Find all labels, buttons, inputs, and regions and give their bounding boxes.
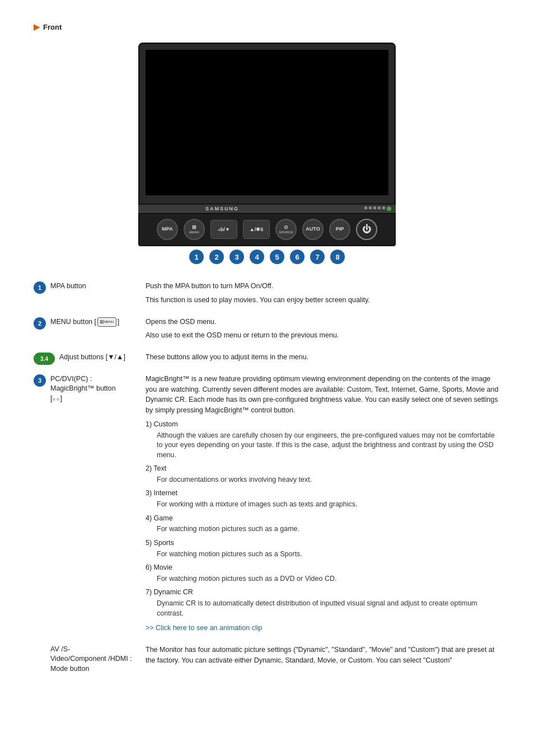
- mb-item-2-desc: For documentations or works involving he…: [157, 475, 500, 485]
- mb-item-6-label: 6) Movie: [146, 562, 500, 573]
- monitor-image-area: SAMSUNG MPA ⊞ MENU: [34, 43, 500, 264]
- mpa-desc-1: Push the MPA button to turn MPA On/Off.: [146, 281, 500, 292]
- item-adjust: 3.4 Adjust buttons [▼/▲] These buttons a…: [34, 352, 500, 366]
- num-4: 4: [250, 250, 264, 264]
- mpa-button[interactable]: MPA: [157, 219, 178, 240]
- adjust-button-label: Adjust buttons [▼/▲]: [59, 353, 125, 363]
- number-row: 1 2 3 4 5 6 7 8: [138, 246, 396, 264]
- mb-desc-main: MagicBright™ is a new feature providing …: [146, 374, 500, 416]
- mb-item-5: 5) Sports For watching motion pictures s…: [146, 538, 500, 559]
- animation-clip-link[interactable]: >> Click here to see an animation clip: [146, 624, 262, 632]
- auto-label: AUTO: [306, 227, 320, 232]
- mb-item-7-desc: Dynamic CR is to automatically detect di…: [157, 599, 500, 618]
- mb-item-1-desc: Although the values are carefully chosen…: [157, 431, 500, 461]
- front-section-icon: ▶: [34, 22, 40, 31]
- dot-1: [364, 206, 367, 209]
- dot-5: [382, 206, 385, 209]
- mb-item-5-label: 5) Sports: [146, 538, 500, 548]
- item-mb-label-col: 3 PC/DVI(PC) :MagicBright™ button[⬦⬦]: [34, 374, 146, 404]
- av-mode-label: AV /S-Video/Component /HDMI :Mode button: [34, 645, 146, 674]
- monitor-body: [138, 43, 396, 205]
- dot-2: [369, 206, 372, 209]
- power-button[interactable]: ⏻: [356, 219, 377, 240]
- item-magicbright: 3 PC/DVI(PC) :MagicBright™ button[⬦⬦] Ma…: [34, 374, 500, 637]
- menu-desc-2: Also use to exit the OSD menu or return …: [146, 330, 500, 341]
- power-icon: ⏻: [362, 224, 371, 234]
- num-6: 6: [290, 250, 305, 264]
- badge-1: 1: [34, 281, 46, 294]
- item-av-mode: AV /S-Video/Component /HDMI :Mode button…: [34, 645, 500, 674]
- page-container: ▶ Front SAMSUNG: [0, 0, 534, 696]
- menu-button[interactable]: ⊞ MENU: [184, 219, 205, 240]
- item-menu-label-col: 2 MENU button [⊞MENU]: [34, 317, 146, 330]
- adjust-desc-1: These buttons allow you to adjust items …: [146, 352, 500, 363]
- mb-item-1: 1) Custom Although the values are carefu…: [146, 419, 500, 460]
- mpa-label: MPA: [162, 227, 172, 232]
- num-1: 1: [189, 250, 204, 264]
- mb-item-6-desc: For watching motion pictures such as a D…: [157, 574, 500, 584]
- dot-power-green: [387, 206, 391, 211]
- item-adjust-label-col: 3.4 Adjust buttons [▼/▲]: [34, 352, 146, 365]
- mb-item-2-label: 2) Text: [146, 463, 500, 474]
- mb-item-4-desc: For watching motion pictures such as a g…: [157, 524, 500, 534]
- num-8: 8: [330, 250, 345, 264]
- mb-item-7: 7) Dynamic CR Dynamic CR is to automatic…: [146, 587, 500, 618]
- menu-icon-text: ⊞: [192, 225, 196, 231]
- button-bar: MPA ⊞ MENU ⬦b/▼ ▲/✱5 ⊙ SOURCE: [138, 213, 396, 246]
- mb-item-2: 2) Text For documentations or works invo…: [146, 463, 500, 485]
- mb-item-1-label: 1) Custom: [146, 419, 500, 430]
- mb-item-3-desc: For working with a mixture of images suc…: [157, 500, 500, 510]
- av-mode-desc: The Monitor has four automatic picture s…: [146, 645, 500, 666]
- content-area: 1 MPA button Push the MPA button to turn…: [34, 281, 500, 674]
- section-title: Front: [43, 23, 62, 31]
- item-mpa: 1 MPA button Push the MPA button to turn…: [34, 281, 500, 309]
- mb-item-3: 3) Internet For working with a mixture o…: [146, 488, 500, 509]
- item-menu: 2 MENU button [⊞MENU] Opens the OSD menu…: [34, 317, 500, 345]
- mpa-button-label: MPA button: [50, 281, 86, 292]
- mb-item-4-label: 4) Game: [146, 513, 500, 524]
- num-7: 7: [310, 250, 325, 264]
- menu-button-label: MENU button [⊞MENU]: [50, 317, 119, 327]
- pip-label: PIP: [336, 227, 344, 232]
- magicbright-down-button[interactable]: ⬦b/▼: [210, 220, 237, 239]
- item-mpa-desc: Push the MPA button to turn MPA On/Off. …: [146, 281, 500, 309]
- auto-button[interactable]: AUTO: [302, 219, 324, 240]
- item-menu-desc: Opens the OSD menu. Also use to exit the…: [146, 317, 500, 345]
- mb-button-label: PC/DVI(PC) :MagicBright™ button[⬦⬦]: [50, 374, 116, 404]
- source-button[interactable]: ⊙ SOURCE: [275, 219, 297, 240]
- monitor-brand-bar: SAMSUNG: [138, 205, 396, 213]
- monitor-wrapper: SAMSUNG MPA ⊞ MENU: [138, 43, 396, 264]
- pip-button[interactable]: PIP: [329, 219, 350, 240]
- badge-34: 3.4: [34, 353, 55, 365]
- mpa-desc-2: This function is used to play movies. Yo…: [146, 295, 500, 306]
- source-icon: ⊙: [284, 225, 288, 231]
- item-mpa-label-col: 1 MPA button: [34, 281, 146, 294]
- mb-item-5-desc: For watching motion pictures such as a S…: [157, 550, 500, 560]
- menu-subtext: MENU: [189, 231, 199, 234]
- up-label: ▲/✱5: [250, 227, 263, 233]
- menu-desc-1: Opens the OSD menu.: [146, 317, 500, 327]
- badge-3: 3: [34, 374, 46, 387]
- indicator-dots: [364, 206, 391, 211]
- monitor-screen: [146, 50, 388, 195]
- mb-item-6: 6) Movie For watching motion pictures su…: [146, 562, 500, 584]
- dot-4: [378, 206, 381, 209]
- section-header: ▶ Front: [34, 22, 500, 31]
- source-subtext: SOURCE: [279, 231, 293, 234]
- monitor-brand-name: SAMSUNG: [205, 206, 239, 212]
- item-adjust-desc: These buttons allow you to adjust items …: [146, 352, 500, 366]
- mb-item-4: 4) Game For watching motion pictures suc…: [146, 513, 500, 534]
- num-2: 2: [209, 250, 224, 264]
- mb-item-7-label: 7) Dynamic CR: [146, 587, 500, 598]
- item-mb-desc: MagicBright™ is a new feature providing …: [146, 374, 500, 637]
- badge-2: 2: [34, 317, 46, 330]
- dot-3: [373, 206, 376, 209]
- num-3: 3: [229, 250, 244, 264]
- up-button[interactable]: ▲/✱5: [243, 220, 270, 239]
- num-5: 5: [270, 250, 284, 264]
- mb-item-3-label: 3) Internet: [146, 488, 500, 499]
- menu-inline-icon: ⊞MENU: [97, 317, 116, 327]
- mb-label: ⬦b/▼: [218, 227, 230, 233]
